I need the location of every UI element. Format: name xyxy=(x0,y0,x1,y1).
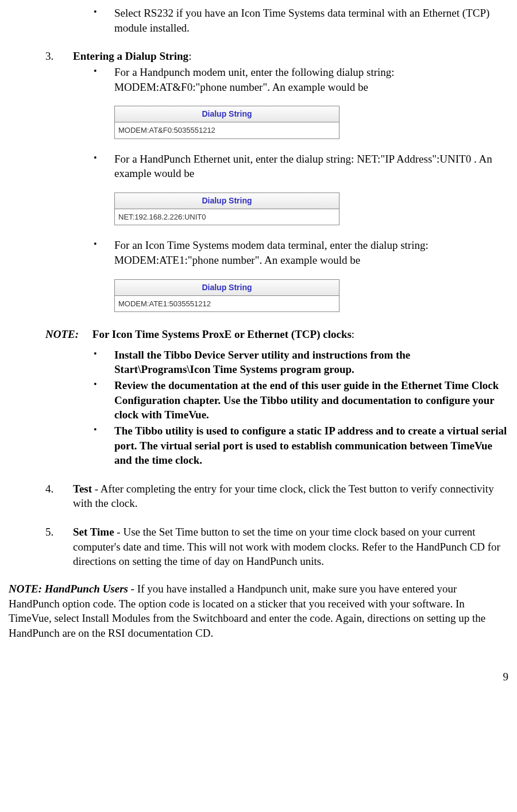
note-bullet-3: • The Tibbo utility is used to configure… xyxy=(9,424,508,468)
dialup-value-1: MODEM:AT&F0:5035551212 xyxy=(115,122,339,138)
step-3-bullet-2-text: For a HandPunch Ethernet unit, enter the… xyxy=(114,152,508,181)
step-3-number: 3. xyxy=(45,49,73,64)
step-5-number: 5. xyxy=(45,525,73,569)
intro-bullet: • Select RS232 if you have an Icon Time … xyxy=(9,6,508,35)
bullet-icon: • xyxy=(94,378,114,422)
bullet-icon: • xyxy=(94,348,114,377)
note-bullet-2: • Review the documentation at the end of… xyxy=(9,378,508,422)
bullet-icon: • xyxy=(94,424,114,468)
dialup-header-1: Dialup String xyxy=(115,106,339,122)
note-bullet-text: The Tibbo utility is used to configure a… xyxy=(114,424,508,468)
dialup-example-2: Dialup String NET:192.168.2.226:UNIT0 xyxy=(114,193,339,225)
note-heading: For Icon Time Systems ProxE or Ethernet … xyxy=(92,328,352,340)
step-3-bullet-1: • For a Handpunch modem unit, enter the … xyxy=(9,65,508,94)
bottom-note-label: NOTE: HandPunch Users - xyxy=(9,583,137,595)
step-5-title: Set Time xyxy=(73,526,114,538)
note-label: NOTE: xyxy=(45,328,79,340)
step-4-number: 4. xyxy=(45,482,73,511)
step-4-content: Test - After completing the entry for yo… xyxy=(73,482,508,511)
note-bullet-text: Install the Tibbo Device Server utility … xyxy=(114,348,508,377)
step-3-bullet-3: • For an Icon Time Systems modem data te… xyxy=(9,238,508,267)
step-4-text: - After completing the entry for your ti… xyxy=(73,483,494,510)
step-5: 5. Set Time - Use the Set Time button to… xyxy=(9,525,508,569)
bullet-icon: • xyxy=(94,238,114,267)
dialup-value-3: MODEM:ATE1:5035551212 xyxy=(115,296,339,312)
bullet-icon: • xyxy=(94,6,114,35)
note-ethernet-clocks: NOTE: For Icon Time Systems ProxE or Eth… xyxy=(45,327,508,342)
dialup-example-3: Dialup String MODEM:ATE1:5035551212 xyxy=(114,279,339,312)
bullet-icon: • xyxy=(94,152,114,181)
step-4: 4. Test - After completing the entry for… xyxy=(9,482,508,511)
step-3: 3. Entering a Dialup String: xyxy=(9,49,508,64)
page-number: 9 xyxy=(9,669,508,684)
note-handpunch-users: NOTE: HandPunch Users - If you have inst… xyxy=(9,582,508,641)
dialup-header-3: Dialup String xyxy=(115,280,339,296)
step-5-content: Set Time - Use the Set Time button to se… xyxy=(73,525,508,569)
intro-bullet-text: Select RS232 if you have an Icon Time Sy… xyxy=(114,6,508,35)
step-3-title: Entering a Dialup String xyxy=(73,50,188,62)
dialup-value-2: NET:192.168.2.226:UNIT0 xyxy=(115,209,339,225)
bullet-icon: • xyxy=(94,65,114,94)
step-3-bullet-1-text: For a Handpunch modem unit, enter the fo… xyxy=(114,65,508,94)
step-5-text: - Use the Set Time button to set the tim… xyxy=(73,526,500,567)
step-3-bullet-3-text: For an Icon Time Systems modem data term… xyxy=(114,238,508,267)
note-bullet-1: • Install the Tibbo Device Server utilit… xyxy=(9,348,508,377)
step-3-content: Entering a Dialup String: xyxy=(73,49,508,64)
dialup-example-1: Dialup String MODEM:AT&F0:5035551212 xyxy=(114,106,339,138)
dialup-header-2: Dialup String xyxy=(115,193,339,209)
step-3-bullet-2: • For a HandPunch Ethernet unit, enter t… xyxy=(9,152,508,181)
note-bullet-text: Review the documentation at the end of t… xyxy=(114,378,508,422)
step-4-title: Test xyxy=(73,483,92,495)
